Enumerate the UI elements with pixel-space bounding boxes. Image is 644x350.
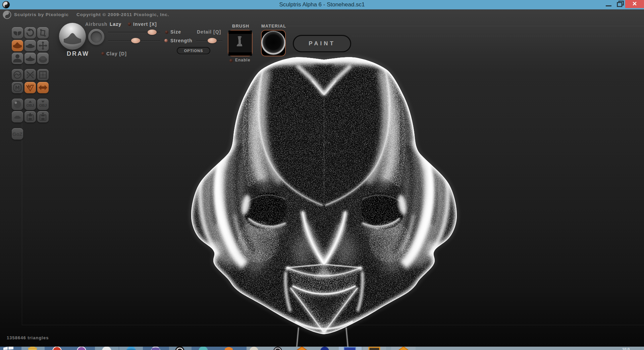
svg-text:OBJ: OBJ (39, 103, 47, 107)
svg-text:GoZ: GoZ (12, 131, 22, 137)
svg-text:OBJ: OBJ (26, 103, 34, 107)
